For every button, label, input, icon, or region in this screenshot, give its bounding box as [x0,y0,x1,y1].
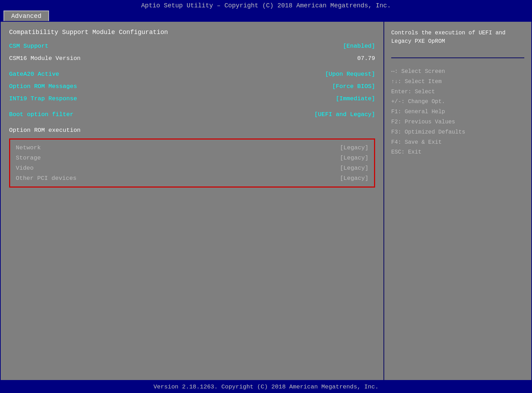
key-hint-esc: ESC: Exit [391,147,524,157]
key-hint-list: ↔: Select Screen ↑↓: Select Item Enter: … [391,67,524,157]
key-hint-select-item: ↑↓: Select Item [391,77,524,87]
section-title: Compatibility Support Module Configurati… [9,29,375,36]
main-area: Compatibility Support Module Configurati… [0,21,532,381]
screen: Aptio Setup Utility – Copyright (C) 2018… [0,0,532,393]
value-csm-support: [Enabled] [343,43,375,49]
right-divider [391,57,524,58]
value-option-rom-msg: [Force BIOS] [332,83,375,90]
label-boot-filter: Boot option filter [9,111,74,118]
right-panel: Controls the execution of UEFI and Legac… [384,22,531,380]
value-int19: [Immediate] [336,95,375,102]
label-video: Video [16,165,34,171]
key-hint-f3: F3: Optimized Defaults [391,127,524,137]
setting-row-boot-filter[interactable]: Boot option filter [UEFI and Legacy] [9,111,375,118]
key-hint-f4: F4: Save & Exit [391,137,524,148]
key-hint-f2: F2: Previous Values [391,117,524,127]
key-hint-select-screen: ↔: Select Screen [391,67,524,77]
label-other-pci: Other PCI devices [16,175,76,182]
rom-item-other-pci[interactable]: Other PCI devices [Legacy] [16,175,368,182]
setting-row-csm16: CSM16 Module Version 07.79 [9,55,375,62]
key-hint-enter-select: Enter: Select [391,87,524,97]
setting-row-gatea20[interactable]: GateA20 Active [Upon Request] [9,71,375,77]
value-storage: [Legacy] [340,155,368,161]
value-gatea20: [Upon Request] [325,71,375,77]
key-hint-f1: F1: General Help [391,107,524,117]
tab-advanced[interactable]: Advanced [4,11,49,21]
value-network: [Legacy] [340,144,368,151]
footer-bar: Version 2.18.1263. Copyright (C) 2018 Am… [0,381,532,393]
title-bar: Aptio Setup Utility – Copyright (C) 2018… [0,0,532,9]
setting-row-csm-support[interactable]: CSM Support [Enabled] [9,43,375,49]
label-option-rom-msg: Option ROM Messages [9,83,77,90]
label-gatea20: GateA20 Active [9,71,59,77]
value-video: [Legacy] [340,165,368,171]
title-text: Aptio Setup Utility – Copyright (C) 2018… [141,2,391,9]
rom-execution-box: Network [Legacy] Storage [Legacy] Video … [9,138,375,188]
label-network: Network [16,144,41,151]
value-csm16: 07.79 [357,55,375,62]
rom-item-storage[interactable]: Storage [Legacy] [16,155,368,161]
key-hint-change-opt: +/-: Change Opt. [391,97,524,107]
label-storage: Storage [16,155,41,161]
label-csm-support: CSM Support [9,43,48,49]
value-boot-filter: [UEFI and Legacy] [315,111,375,118]
help-text: Controls the execution of UEFI and Legac… [391,29,524,46]
tab-label: Advanced [11,13,41,20]
rom-item-network[interactable]: Network [Legacy] [16,144,368,151]
value-other-pci: [Legacy] [340,175,368,182]
rom-item-video[interactable]: Video [Legacy] [16,165,368,171]
setting-row-int19[interactable]: INT19 Trap Response [Immediate] [9,95,375,102]
label-csm16: CSM16 Module Version [9,55,81,62]
option-rom-subtitle: Option ROM execution [9,127,375,134]
left-panel: Compatibility Support Module Configurati… [1,22,384,380]
setting-row-option-rom-msg[interactable]: Option ROM Messages [Force BIOS] [9,83,375,90]
tab-row: Advanced [0,9,532,21]
footer-text: Version 2.18.1263. Copyright (C) 2018 Am… [153,384,379,390]
label-int19: INT19 Trap Response [9,95,77,102]
